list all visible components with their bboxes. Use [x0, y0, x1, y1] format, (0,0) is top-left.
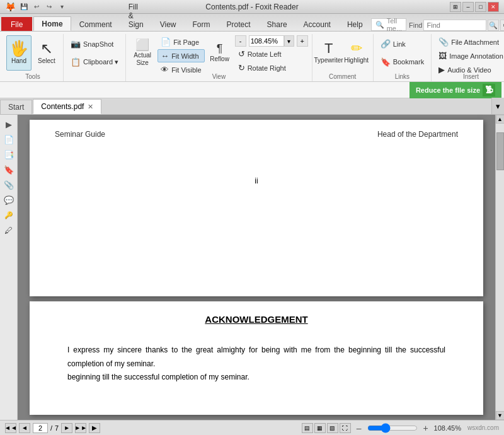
sidebar-tool-page[interactable]: 📄	[2, 132, 16, 146]
reflow-btn[interactable]: ¶ Reflow	[207, 35, 232, 71]
scroll-down-btn[interactable]: ▼	[496, 411, 505, 420]
snapshot-btn[interactable]: 📷 SnapShot	[67, 37, 122, 50]
close-btn[interactable]: ✕	[488, 2, 499, 12]
tab-contents-pdf[interactable]: Contents.pdf ✕	[33, 99, 101, 114]
zoom-input[interactable]	[249, 35, 284, 47]
tab-fill-sign[interactable]: Fill & Sign	[120, 0, 152, 31]
zoom-plus-btn[interactable]: +	[421, 424, 430, 432]
sidebar-tool-navigate[interactable]: ▶	[2, 117, 16, 131]
tab-close-btn[interactable]: ✕	[88, 103, 93, 111]
tab-protect[interactable]: Protect	[219, 17, 259, 31]
tell-me-box[interactable]: 🔍 Tell me...	[371, 18, 406, 31]
pdf-page-header: Seminar Guide Head of the Department	[55, 130, 458, 139]
doc-tabs: Start Contents.pdf ✕ ▾	[0, 98, 504, 115]
link-btn[interactable]: 🔗 Link	[377, 37, 428, 50]
actual-size-btn[interactable]: ⬜ ActualSize	[130, 35, 155, 71]
grid-btn[interactable]: ⊞	[450, 2, 461, 12]
tab-form[interactable]: Form	[185, 17, 219, 31]
ribbon-group-view: ⬜ ActualSize 📄 Fit Page ↔ Fit Width 👁 Fi…	[126, 34, 312, 81]
tab-view[interactable]: View	[152, 17, 185, 31]
rotate-left-btn[interactable]: ↺ Rotate Left	[235, 47, 308, 61]
maximize-btn[interactable]: □	[475, 2, 486, 12]
clipboard-btn[interactable]: 📋 Clipboard ▾	[67, 55, 122, 69]
title-bar: 🦊 💾 ↩ ↪ ▾ Contents.pdf - Foxit Reader ⊞ …	[0, 0, 504, 14]
view-fit-btn[interactable]: ⛶	[340, 423, 351, 433]
typewriter-btn[interactable]: T Typewriter	[316, 35, 341, 71]
play-btn[interactable]: ▶	[89, 423, 100, 433]
save-btn[interactable]: 💾	[18, 2, 30, 12]
zoom-slider[interactable]	[367, 425, 418, 431]
fit-width-btn[interactable]: ↔ Fit Width	[158, 49, 204, 62]
sidebar-tool-security[interactable]: 🔑	[2, 208, 16, 222]
highlight-btn[interactable]: ✏ Highlight	[344, 35, 369, 71]
comment-group-content: T Typewriter ✏ Highlight	[316, 34, 369, 73]
page-current-input[interactable]	[33, 423, 48, 433]
tab-start[interactable]: Start	[0, 100, 32, 114]
hand-tool-btn[interactable]: 🖐 Hand	[6, 35, 32, 71]
view-continuous-btn[interactable]: ▧	[327, 423, 338, 433]
tab-file[interactable]: File	[1, 17, 32, 31]
file-attachment-label: File Attachment	[451, 38, 499, 46]
zoom-minus-btn[interactable]: –	[355, 424, 364, 432]
find-search-btn[interactable]: 🔍	[488, 20, 499, 31]
tab-share[interactable]: Share	[259, 17, 295, 31]
zoom-in-btn[interactable]: +	[297, 35, 308, 47]
view-single-btn[interactable]: ▤	[302, 423, 313, 433]
image-annotation-btn[interactable]: 🖼 Image Annotation	[435, 49, 504, 62]
header-left: Seminar Guide	[55, 130, 105, 139]
notification-bar: Reduce the fIle size 🗜	[0, 82, 504, 98]
scroll-thumb[interactable]	[496, 132, 504, 170]
sidebar-tool-sign[interactable]: 🖊	[2, 223, 16, 237]
tab-account[interactable]: Account	[295, 17, 339, 31]
reduce-btn-icon: 🗜	[483, 84, 495, 96]
tab-help[interactable]: Help	[339, 17, 371, 31]
redo-btn[interactable]: ↪	[43, 2, 55, 12]
sidebar-tool-comments[interactable]: 💬	[2, 193, 16, 207]
select-tool-btn[interactable]: ↖ Select	[34, 35, 59, 71]
image-annotation-icon: 🖼	[438, 51, 447, 61]
main-layout: ▶ 📄 📑 🔖 📎 💬 🔑 🖊 Seminar Guide Head of th…	[0, 115, 504, 420]
ribbon-tabs: File Home Comment Fill & Sign View Form …	[0, 14, 504, 32]
nav-last-btn[interactable]: ►►	[75, 423, 86, 433]
snapshot-icon: 📷	[71, 39, 81, 49]
audio-video-label: Audio & Video	[447, 66, 491, 74]
tab-home[interactable]: Home	[33, 16, 71, 31]
rotate-right-icon: ↻	[238, 63, 245, 72]
bookmark-btn[interactable]: 🔖 Bookmark	[377, 55, 428, 69]
link-icon: 🔗	[381, 39, 391, 49]
tab-dropdown-btn[interactable]: ▾	[491, 98, 504, 114]
file-attachment-btn[interactable]: 📎 File Attachment	[435, 35, 504, 49]
view-facing-btn[interactable]: ▦	[314, 423, 326, 433]
file-attachment-icon: 📎	[438, 37, 449, 47]
clipboard-icon: 📋	[71, 57, 81, 67]
app-icon: 🦊	[5, 2, 16, 12]
clipboard-col: 📷 SnapShot 📋 Clipboard ▾	[67, 35, 122, 71]
find-icon: Find	[409, 21, 422, 29]
sidebar-tool-bookmarks[interactable]: 📑	[2, 148, 16, 161]
ribbon-group-insert: 📎 File Attachment 🖼 Image Annotation ▶ A…	[432, 34, 504, 81]
sidebar-tool-attachments[interactable]: 📎	[2, 178, 16, 192]
reduce-btn-label: Reduce the fIle size	[416, 86, 480, 94]
sidebar-tool-layers[interactable]: 🔖	[2, 163, 16, 177]
view-mode-btns: ▤ ▦ ▧ ⛶	[302, 423, 351, 433]
undo-btn[interactable]: ↩	[31, 2, 42, 12]
qa-dropdown-btn[interactable]: ▾	[56, 2, 67, 12]
nav-prev-btn[interactable]: ◄	[19, 423, 30, 433]
find-input[interactable]	[423, 20, 486, 31]
zoom-out-btn[interactable]: -	[235, 35, 246, 47]
minimize-btn[interactable]: –	[462, 2, 474, 12]
nav-next-btn[interactable]: ►	[61, 423, 72, 433]
rotate-right-btn[interactable]: ↻ Rotate Right	[235, 61, 308, 74]
zoom-dropdown-btn[interactable]: ▾	[284, 35, 294, 47]
fit-page-btn[interactable]: 📄 Fit Page	[158, 35, 204, 49]
reflow-label: Reflow	[210, 55, 229, 63]
comment-group-label: Comment	[316, 73, 369, 81]
tab-comment[interactable]: Comment	[71, 17, 120, 31]
nav-first-btn[interactable]: ◄◄	[5, 423, 16, 433]
pdf-page-1: Seminar Guide Head of the Department ii	[30, 120, 483, 296]
scroll-up-btn[interactable]: ▲	[496, 115, 505, 124]
ribbon-group-clipboard: 📷 SnapShot 📋 Clipboard ▾	[64, 34, 126, 81]
reduce-file-size-btn[interactable]: Reduce the fIle size 🗜	[410, 82, 501, 98]
links-col: 🔗 Link 🔖 Bookmark	[377, 35, 428, 71]
find-options-btn[interactable]: ⚙	[500, 20, 504, 31]
